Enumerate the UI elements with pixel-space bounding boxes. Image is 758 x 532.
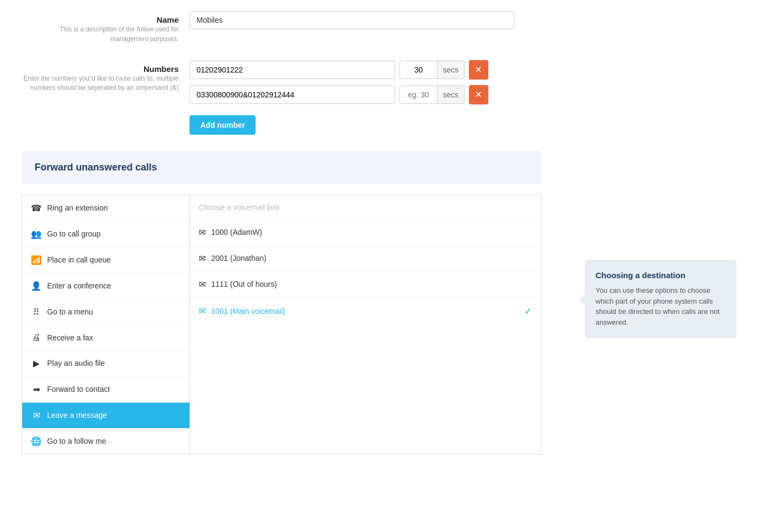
menu-icon-ring-extension: ☎ bbox=[31, 203, 42, 213]
numbers-hint: Enter the numbers you"d like to route ca… bbox=[24, 75, 179, 92]
voicemail-item-1001[interactable]: ✉ 1001 (Main voicemail) ✓ bbox=[190, 298, 541, 325]
menu-icon-conference: 👤 bbox=[31, 281, 42, 291]
secs-label-1: secs bbox=[437, 61, 465, 79]
name-label-col: Name This is a description of the follow… bbox=[22, 11, 190, 44]
name-hint: This is a description of the follow used… bbox=[60, 25, 179, 43]
menu-item-conference[interactable]: 👤 Enter a conference bbox=[22, 273, 190, 299]
name-input-col bbox=[190, 11, 736, 29]
voicemail-label-1001: 1001 (Main voicemail) bbox=[211, 307, 285, 316]
menu-item-follow-me[interactable]: 🌐 Go to a follow me bbox=[22, 429, 190, 454]
forward-section-box: Forward unanswered calls bbox=[22, 151, 541, 184]
menu-item-ring-extension[interactable]: ☎ Ring an extension bbox=[22, 195, 190, 221]
menu-item-menu[interactable]: ⠿ Go to a menu bbox=[22, 299, 190, 325]
menu-icon-audio: ▶ bbox=[31, 358, 42, 369]
menu-icon-call-group: 👥 bbox=[31, 229, 42, 239]
voicemail-icon-1111: ✉ bbox=[199, 279, 206, 290]
voicemail-label-1111: 1111 (Out of hours) bbox=[211, 280, 277, 288]
voicemail-icon-2001: ✉ bbox=[199, 253, 206, 264]
name-label: Name bbox=[22, 15, 179, 24]
menu-label-call-group: Go to call group bbox=[47, 229, 101, 238]
name-section: Name This is a description of the follow… bbox=[22, 11, 736, 44]
number-row-2: secs ✕ bbox=[190, 85, 736, 104]
secs-group-1: secs bbox=[400, 61, 465, 79]
menu-label-fax: Receive a fax bbox=[47, 333, 93, 342]
voicemail-list: ✉ 1000 (AdamW) ✉ 2001 (Jonathan) ✉ 1111 … bbox=[190, 220, 541, 325]
menu-item-call-queue[interactable]: 📶 Place in call queue bbox=[22, 247, 190, 273]
numbers-input-col: secs ✕ secs ✕ Add number bbox=[190, 60, 736, 135]
info-box: Choosing a destination You can use these… bbox=[585, 260, 736, 338]
destination-content: Choose a voicemail box ✉ 1000 (AdamW) ✉ … bbox=[190, 195, 541, 455]
voicemail-label-2001: 2001 (Jonathan) bbox=[211, 254, 266, 262]
voicemail-icon-1001: ✉ bbox=[199, 306, 206, 316]
info-box-arrow bbox=[579, 294, 585, 305]
numbers-section: Numbers Enter the numbers you"d like to … bbox=[22, 60, 736, 135]
menu-icon-call-queue: 📶 bbox=[31, 255, 42, 265]
destination-menu: ☎ Ring an extension 👥 Go to call group 📶… bbox=[22, 195, 190, 455]
menu-item-audio[interactable]: ▶ Play an audio file bbox=[22, 351, 190, 377]
menu-icon-fax: 🖨 bbox=[31, 333, 42, 343]
voicemail-item-1111[interactable]: ✉ 1111 (Out of hours) bbox=[190, 272, 541, 298]
secs-group-2: secs bbox=[400, 86, 465, 104]
numbers-label: Numbers bbox=[22, 64, 179, 74]
menu-item-fax[interactable]: 🖨 Receive a fax bbox=[22, 325, 190, 351]
voicemail-header: Choose a voicemail box bbox=[190, 195, 541, 220]
menu-label-contact: Forward to contact bbox=[47, 385, 110, 393]
remove-button-1[interactable]: ✕ bbox=[469, 60, 488, 80]
secs-input-1[interactable] bbox=[400, 61, 437, 79]
voicemail-item-2001[interactable]: ✉ 2001 (Jonathan) bbox=[190, 246, 541, 272]
info-box-text: You can use these options to choose whic… bbox=[596, 285, 726, 327]
add-number-button[interactable]: Add number bbox=[190, 115, 256, 135]
number-input-1[interactable] bbox=[190, 61, 395, 79]
check-icon-1001: ✓ bbox=[524, 305, 532, 317]
remove-button-2[interactable]: ✕ bbox=[469, 85, 488, 104]
voicemail-label-1000: 1000 (AdamW) bbox=[211, 228, 262, 237]
menu-label-menu: Go to a menu bbox=[47, 307, 93, 316]
info-box-title: Choosing a destination bbox=[596, 271, 726, 280]
secs-input-2[interactable] bbox=[400, 86, 437, 104]
name-input[interactable] bbox=[190, 11, 514, 29]
menu-icon-message: ✉ bbox=[31, 410, 42, 421]
voicemail-icon-1000: ✉ bbox=[199, 227, 206, 238]
menu-item-call-group[interactable]: 👥 Go to call group bbox=[22, 221, 190, 247]
number-input-2[interactable] bbox=[190, 86, 395, 104]
menu-label-ring-extension: Ring an extension bbox=[47, 203, 108, 212]
voicemail-item-1000[interactable]: ✉ 1000 (AdamW) bbox=[190, 220, 541, 246]
number-row-1: secs ✕ bbox=[190, 60, 736, 80]
menu-item-message[interactable]: ✉ Leave a message bbox=[22, 403, 190, 429]
menu-icon-menu: ⠿ bbox=[31, 307, 42, 317]
secs-label-2: secs bbox=[437, 86, 465, 104]
forward-section-title: Forward unanswered calls bbox=[35, 162, 157, 173]
menu-label-message: Leave a message bbox=[47, 411, 107, 419]
menu-label-follow-me: Go to a follow me bbox=[47, 437, 106, 445]
numbers-label-col: Numbers Enter the numbers you"d like to … bbox=[22, 60, 190, 93]
menu-icon-follow-me: 🌐 bbox=[31, 436, 42, 446]
menu-item-contact[interactable]: ➡ Forward to contact bbox=[22, 377, 190, 403]
menu-icon-contact: ➡ bbox=[31, 384, 42, 395]
destination-container: ☎ Ring an extension 👥 Go to call group 📶… bbox=[22, 195, 541, 455]
menu-label-conference: Enter a conference bbox=[47, 281, 111, 290]
menu-label-call-queue: Place in call queue bbox=[47, 255, 111, 264]
menu-label-audio: Play an audio file bbox=[47, 359, 105, 367]
